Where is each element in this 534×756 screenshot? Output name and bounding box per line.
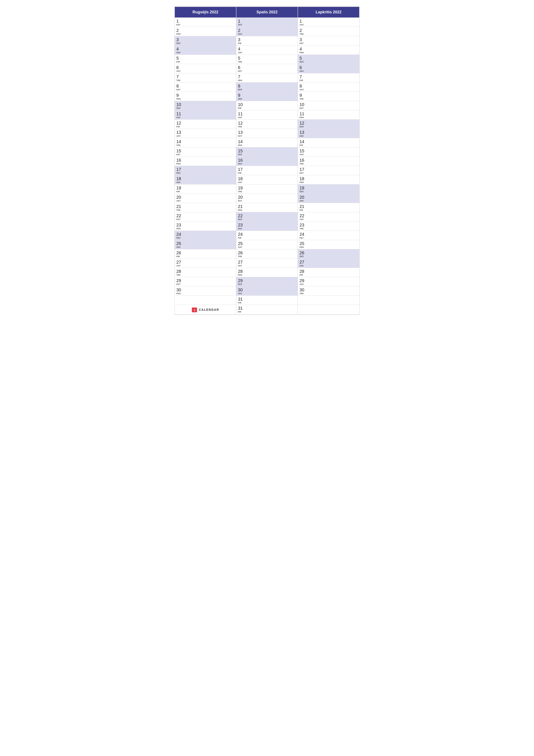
day-cell: 16SEK bbox=[236, 157, 298, 166]
day-number: 12 bbox=[176, 121, 234, 126]
day-cell: 8KET bbox=[175, 83, 236, 92]
day-number: 9 bbox=[176, 93, 234, 98]
day-cell: 19PIR bbox=[175, 184, 236, 194]
day-cell: 30PEN bbox=[175, 286, 236, 296]
day-cell: 24KET bbox=[298, 231, 359, 240]
day-name: ŠEŠ bbox=[238, 24, 296, 26]
day-cell: 9PEN bbox=[175, 92, 236, 101]
day-number: 23 bbox=[299, 222, 358, 228]
day-number: 9 bbox=[299, 93, 358, 98]
day-cell: 1ŠEŠ bbox=[236, 18, 298, 27]
day-number: 24 bbox=[238, 232, 296, 237]
day-number: 2 bbox=[299, 28, 358, 33]
day-number: 5 bbox=[176, 56, 234, 61]
day-name: TRE bbox=[238, 256, 296, 257]
day-number: 18 bbox=[176, 176, 234, 181]
day-number: 19 bbox=[238, 185, 296, 191]
day-number: 4 bbox=[299, 46, 358, 51]
calendar-container: Rugsėjis 2022 Spalis 2022 Lapkritis 2022… bbox=[174, 7, 360, 315]
day-name: ANT bbox=[299, 89, 358, 91]
day-cell: 25ANT bbox=[236, 240, 298, 249]
day-cell: 26PIR bbox=[175, 249, 236, 258]
day-cell: 15KET bbox=[175, 148, 236, 157]
day-number: 7 bbox=[299, 74, 358, 79]
day-name: KET bbox=[238, 70, 296, 72]
day-name: PIR bbox=[176, 256, 234, 257]
day-cell: 31PIR bbox=[236, 296, 298, 305]
day-cell bbox=[175, 296, 236, 305]
day-number: 20 bbox=[238, 195, 296, 200]
day-cell: 19TRE bbox=[236, 184, 298, 194]
day-cell: 20KET bbox=[236, 194, 298, 203]
day-name: ANT bbox=[299, 24, 358, 26]
day-cell: 14PIR bbox=[298, 138, 359, 148]
day-cell: 6ANT bbox=[175, 64, 236, 73]
day-name: TRE bbox=[299, 163, 358, 165]
day-number: 28 bbox=[176, 269, 234, 274]
day-cell: 20SEK bbox=[298, 194, 359, 203]
day-name: PEN bbox=[238, 79, 296, 81]
day-name: TRE bbox=[299, 33, 358, 35]
day-name: PEN bbox=[176, 33, 234, 35]
day-name: ŠEŠ bbox=[238, 218, 296, 221]
day-number: 15 bbox=[299, 148, 358, 153]
day-name: PIR bbox=[238, 172, 296, 174]
day-cell: 14PEN bbox=[236, 138, 298, 148]
day-number: 17 bbox=[238, 167, 296, 172]
day-cell: 27ANT bbox=[175, 258, 236, 268]
day-number: 30 bbox=[299, 287, 358, 292]
day-cell: 12PIR bbox=[175, 120, 236, 129]
day-number: 4 bbox=[238, 46, 296, 51]
day-name: ANT bbox=[176, 200, 234, 202]
day-name: KET bbox=[176, 89, 234, 91]
day-name: TRE bbox=[299, 98, 358, 100]
day-cell: 20ANT bbox=[175, 194, 236, 203]
day-name: PEN bbox=[176, 228, 234, 230]
day-name: PIR bbox=[176, 61, 234, 63]
day-cell: 22ŠEŠ bbox=[236, 212, 298, 222]
day-name: PEN bbox=[299, 116, 358, 119]
day-cell: 3ŠEŠ bbox=[175, 36, 236, 45]
day-cell: 4SEK bbox=[175, 45, 236, 55]
day-number: 29 bbox=[176, 278, 234, 283]
day-cell: 2TRE bbox=[298, 27, 359, 36]
day-cell: 4ANT bbox=[236, 45, 298, 55]
day-cell: 1KET bbox=[175, 18, 236, 27]
day-number: 2 bbox=[238, 28, 296, 33]
day-cell: 22ANT bbox=[298, 212, 359, 222]
day-number: 12 bbox=[299, 121, 358, 126]
day-name: KET bbox=[299, 107, 358, 109]
day-number: 8 bbox=[299, 83, 358, 89]
day-number: 5 bbox=[299, 56, 358, 61]
day-number: 25 bbox=[238, 241, 296, 246]
day-number: 3 bbox=[299, 37, 358, 42]
day-cell: 17PIR bbox=[236, 166, 298, 175]
day-name: ANT bbox=[176, 135, 234, 137]
day-number: 6 bbox=[176, 65, 234, 70]
day-name: KET bbox=[238, 265, 296, 267]
day-cell: 23PEN bbox=[175, 222, 236, 231]
day-number: 11 bbox=[176, 111, 234, 116]
day-name: SEK bbox=[299, 70, 358, 72]
day-number: 14 bbox=[299, 139, 358, 144]
day-cell: 9TRE bbox=[298, 92, 359, 101]
day-cell: 6KET bbox=[236, 64, 298, 73]
day-name: SEK bbox=[299, 265, 358, 267]
day-name: PIR bbox=[238, 237, 296, 239]
day-cell: 30TRE bbox=[298, 286, 359, 296]
day-number: 28 bbox=[299, 269, 358, 274]
day-name: PIR bbox=[299, 144, 358, 146]
day-number: 19 bbox=[299, 185, 358, 191]
day-number: 14 bbox=[238, 139, 296, 144]
day-name: SEK bbox=[299, 135, 358, 137]
day-name: SEK bbox=[238, 163, 296, 165]
day-number: 1 bbox=[176, 18, 234, 24]
day-number: 19 bbox=[176, 185, 234, 191]
day-number: 1 bbox=[238, 18, 296, 24]
day-cell: 12TRE bbox=[236, 120, 298, 129]
day-cell: 21PIR bbox=[298, 203, 359, 212]
day-cell: 13SEK bbox=[298, 129, 359, 138]
day-cell: 17KET bbox=[298, 166, 359, 175]
day-cell: 13ANT bbox=[175, 129, 236, 138]
day-name: PEN bbox=[299, 246, 358, 248]
